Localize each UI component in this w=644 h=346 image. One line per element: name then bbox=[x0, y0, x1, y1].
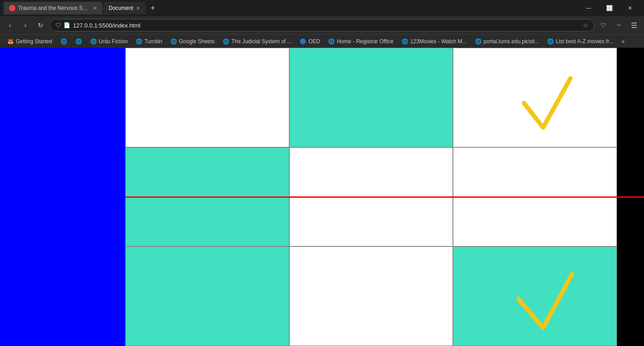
browser-chrome: Trauma and the Nervous System: Stephen P… bbox=[0, 0, 644, 48]
back-button[interactable]: ‹ bbox=[4, 19, 16, 32]
blue-sidebar bbox=[0, 48, 125, 346]
globe-icon-2: 🌐 bbox=[75, 38, 82, 45]
globe-icon-10: 🌐 bbox=[547, 38, 554, 45]
tab-bar: Trauma and the Nervous System: Stephen P… bbox=[0, 0, 644, 16]
bookmark-urdu-fiction[interactable]: 🌐 Urdu Fiction bbox=[87, 36, 132, 47]
nav-bar: ‹ › ↻ 🛡 📄 127.0.0.1:5500/index.html ☆ 🛡 … bbox=[0, 16, 644, 34]
tab-youtube[interactable]: Trauma and the Nervous System: Stephen P… bbox=[4, 2, 102, 14]
bookmark-oed[interactable]: 🔵 OED bbox=[296, 36, 324, 47]
bookmark-globe2[interactable]: 🌐 bbox=[72, 36, 86, 47]
bookmark-lums[interactable]: 🌐 portal.lums.edu.pk/sit... bbox=[471, 36, 543, 47]
tab-favicon-youtube bbox=[9, 5, 15, 11]
grid-area bbox=[125, 48, 617, 346]
bookmark-judicial[interactable]: 🌐 The Judicial System of ... bbox=[219, 36, 295, 47]
bookmark-label-registrar: Home - Registrar Office bbox=[337, 38, 393, 45]
globe-icon-4: 🌐 bbox=[136, 38, 142, 45]
bookmark-label-judicial: The Judicial System of ... bbox=[231, 38, 292, 45]
grid-cell-2-1 bbox=[125, 147, 289, 247]
tab-document[interactable]: Document ✕ bbox=[103, 2, 146, 14]
right-black-area bbox=[617, 48, 644, 346]
maximize-button[interactable]: ⬜ bbox=[599, 0, 620, 16]
page-icon: 📄 bbox=[64, 22, 70, 28]
oed-icon: 🔵 bbox=[300, 38, 306, 45]
checkmark-svg-3-3 bbox=[453, 247, 617, 346]
grid-cell-3-1 bbox=[125, 246, 289, 346]
new-tab-button[interactable]: + bbox=[146, 2, 159, 14]
bookmark-label-turnitin: Turnitin bbox=[144, 38, 162, 45]
window-controls: — ⬜ ✕ bbox=[578, 0, 640, 16]
globe-icon-5: 🌐 bbox=[170, 38, 177, 45]
globe-icon-3: 🌐 bbox=[90, 38, 97, 45]
globe-icon-8: 🌐 bbox=[402, 38, 408, 45]
tab-close-document[interactable]: ✕ bbox=[136, 5, 140, 11]
url-text: 127.0.0.1:5500/index.html bbox=[73, 22, 141, 29]
bookmark-123movies[interactable]: 🌐 123Movies - Watch M... bbox=[398, 36, 470, 47]
grid-cell-3-2 bbox=[289, 246, 453, 346]
bookmark-label-urdu: Urdu Fiction bbox=[99, 38, 128, 45]
main-content bbox=[0, 48, 644, 346]
bookmark-google-sheets[interactable]: 🌐 Google Sheets bbox=[167, 36, 218, 47]
tab-close-youtube[interactable]: ✕ bbox=[93, 5, 97, 11]
bookmark-star-icon[interactable]: ☆ bbox=[583, 22, 589, 29]
bookmark-label-lums: portal.lums.edu.pk/sit... bbox=[484, 38, 539, 45]
firefox-icon: 🦊 bbox=[7, 38, 14, 45]
forward-button[interactable]: › bbox=[19, 19, 32, 32]
checkmark-svg-1-3 bbox=[453, 48, 617, 147]
grid-cell-1-1 bbox=[125, 48, 289, 147]
bookmark-getting-started[interactable]: 🦊 Getting Started bbox=[4, 36, 56, 47]
extensions-button[interactable]: 🛡 bbox=[597, 19, 610, 32]
globe-icon-1: 🌐 bbox=[60, 38, 67, 45]
grid-cell-1-2 bbox=[289, 48, 453, 147]
grid-cell-3-3 bbox=[453, 246, 617, 346]
globe-icon-7: 🌐 bbox=[328, 38, 335, 45]
bookmark-label-oed: OED bbox=[308, 38, 320, 45]
url-bar[interactable]: 🛡 📄 127.0.0.1:5500/index.html ☆ bbox=[50, 19, 594, 32]
minimize-button[interactable]: — bbox=[578, 0, 599, 16]
bookmark-label-moviesaz: List best A-Z movies fr... bbox=[556, 38, 613, 45]
bookmark-label: Getting Started bbox=[16, 38, 52, 45]
bookmark-movies-az[interactable]: 🌐 List best A-Z movies fr... bbox=[544, 36, 617, 47]
refresh-button[interactable]: ↻ bbox=[34, 19, 47, 32]
shield-icon: 🛡 bbox=[55, 22, 61, 28]
bookmark-label-123movies: 123Movies - Watch M... bbox=[410, 38, 467, 45]
globe-icon-9: 🌐 bbox=[475, 38, 482, 45]
close-button[interactable]: ✕ bbox=[620, 0, 640, 16]
menu-button[interactable]: ☰ bbox=[628, 19, 640, 32]
tab-label-document: Document bbox=[109, 5, 133, 11]
more-bookmarks-button[interactable]: » bbox=[618, 36, 628, 47]
bookmarks-bar: 🦊 Getting Started 🌐 🌐 🌐 Urdu Fiction 🌐 T… bbox=[0, 34, 644, 48]
globe-icon-6: 🌐 bbox=[223, 38, 229, 45]
grid-cell-2-2 bbox=[289, 147, 453, 247]
sync-icon[interactable]: ⤳ bbox=[612, 19, 625, 32]
bookmark-globe1[interactable]: 🌐 bbox=[57, 36, 71, 47]
grid-cell-1-3 bbox=[453, 48, 617, 147]
bookmark-label-gsheets: Google Sheets bbox=[179, 38, 215, 45]
grid-cell-2-3 bbox=[453, 147, 617, 247]
bookmark-registrar[interactable]: 🌐 Home - Registrar Office bbox=[324, 36, 397, 47]
tab-label-youtube: Trauma and the Nervous System: Stephen P… bbox=[18, 5, 90, 11]
bookmark-turnitin[interactable]: 🌐 Turnitin bbox=[132, 36, 166, 47]
